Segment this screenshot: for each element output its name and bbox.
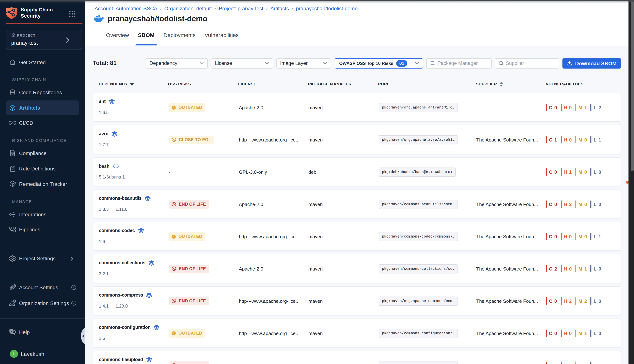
svg-text:?: ? xyxy=(11,329,12,332)
